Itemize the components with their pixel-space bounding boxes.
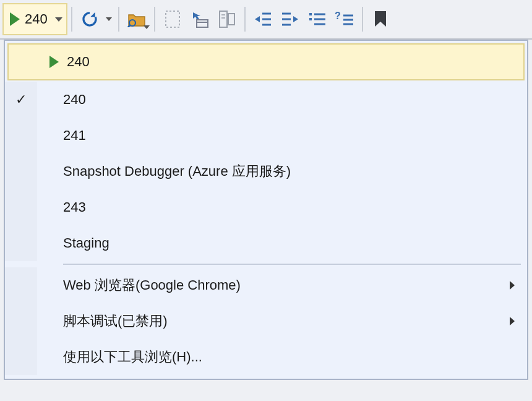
refresh-dropdown[interactable]: [103, 6, 114, 33]
debug-target-dropdown: 240 ✓ 240 241 Snapshot Debugger (Azure 应…: [4, 40, 528, 380]
bookmark-icon: [373, 10, 388, 28]
menu-item-web-browser[interactable]: Web 浏览器(Google Chrome): [5, 267, 527, 303]
element-inspect-button[interactable]: [186, 6, 213, 33]
menu-gutter: [5, 225, 37, 261]
menu-item-241[interactable]: 241: [5, 118, 527, 153]
comment-button[interactable]: [304, 6, 331, 33]
uncomment-button[interactable]: ?: [331, 6, 358, 33]
uncomment-icon: ?: [335, 11, 354, 28]
menu-label: 使用以下工具浏览(H)...: [63, 348, 515, 366]
svg-rect-18: [309, 13, 312, 15]
outdent-icon: [254, 11, 272, 27]
menu-gutter: [5, 118, 37, 153]
menu-separator: [63, 264, 521, 265]
separator: [362, 7, 363, 32]
menu-item-staging[interactable]: Staging: [5, 225, 527, 261]
toolbar: 240: [0, 0, 532, 40]
selection-icon: [165, 10, 181, 28]
menu-label: 240: [67, 54, 511, 70]
menu-gutter: [5, 303, 37, 339]
refresh-icon: [80, 10, 99, 28]
open-file-button[interactable]: [123, 6, 150, 33]
svg-rect-3: [197, 20, 208, 27]
selection-button[interactable]: [159, 6, 186, 33]
menu-item-240-checked[interactable]: ✓ 240: [5, 82, 527, 118]
menu-label: 240: [63, 92, 515, 108]
play-icon: [10, 12, 20, 26]
indent-button[interactable]: [277, 6, 304, 33]
menu-label: 243: [63, 199, 515, 215]
menu-item-browse-with[interactable]: 使用以下工具浏览(H)...: [5, 339, 527, 375]
chevron-down-icon: [55, 17, 62, 22]
svg-text:?: ?: [335, 11, 341, 21]
submenu-arrow-icon: [510, 281, 515, 290]
menu-gutter: [5, 189, 37, 225]
menu-gutter: ✓: [5, 82, 37, 118]
check-icon: ✓: [15, 92, 27, 108]
separator: [118, 7, 119, 32]
menu-label: Staging: [63, 235, 515, 251]
outdent-button[interactable]: [249, 6, 277, 33]
svg-rect-19: [309, 18, 312, 20]
svg-rect-5: [220, 11, 227, 27]
menu-label: Snapshot Debugger (Azure 应用服务): [63, 162, 515, 181]
document-outline-button[interactable]: [213, 6, 241, 33]
menu-item-script-debug[interactable]: 脚本调试(已禁用): [5, 303, 527, 339]
chevron-down-icon: [144, 25, 150, 29]
menu-gutter: [5, 339, 37, 375]
chevron-down-icon: [106, 17, 112, 21]
menu-icon-slot: [41, 56, 67, 68]
menu-gutter: [5, 153, 37, 189]
menu-item-243[interactable]: 243: [5, 189, 527, 225]
menu-item-snapshot-debugger[interactable]: Snapshot Debugger (Azure 应用服务): [5, 153, 527, 189]
refresh-button[interactable]: [76, 6, 103, 33]
document-outline-icon: [218, 10, 236, 28]
svg-line-1: [127, 25, 130, 27]
menu-label: Web 浏览器(Google Chrome): [63, 276, 510, 295]
run-target-label: 240: [25, 11, 48, 27]
bookmark-button[interactable]: [367, 6, 394, 33]
element-inspect-icon: [191, 10, 209, 28]
run-debug-target-button[interactable]: 240: [2, 3, 67, 35]
play-icon: [49, 56, 59, 68]
menu-item-240-highlighted[interactable]: 240: [7, 43, 525, 80]
menu-gutter: [5, 267, 37, 303]
svg-rect-2: [166, 11, 179, 27]
separator: [154, 7, 155, 32]
svg-rect-6: [228, 14, 234, 25]
submenu-arrow-icon: [510, 317, 515, 326]
menu-label: 241: [63, 127, 515, 144]
comment-lines-icon: [308, 11, 327, 27]
separator: [71, 7, 72, 32]
menu-gutter: [9, 45, 41, 79]
menu-label: 脚本调试(已禁用): [63, 312, 510, 330]
indent-icon: [281, 11, 299, 27]
separator: [244, 7, 246, 32]
